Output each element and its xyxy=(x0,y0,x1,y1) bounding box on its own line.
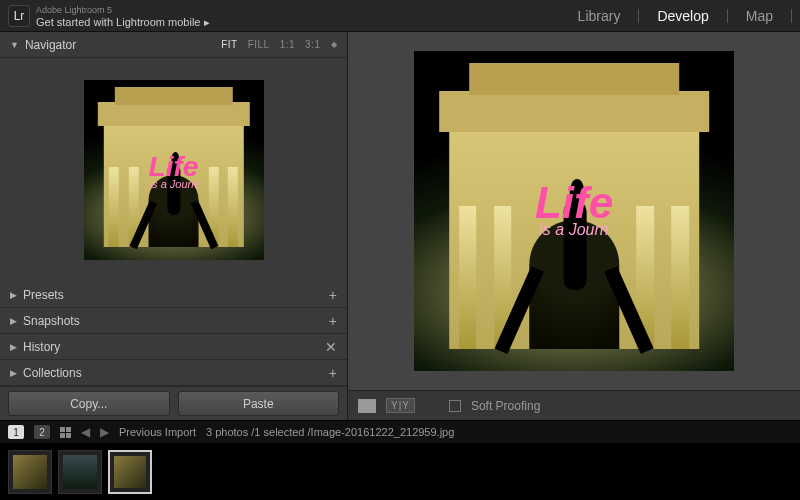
zoom-3-1[interactable]: 3:1 xyxy=(305,39,320,50)
preview-toolbar: Y|Y Soft Proofing xyxy=(348,390,800,420)
copy-paste-row: Copy... Paste xyxy=(0,386,347,420)
zoom-fill[interactable]: FILL xyxy=(248,39,270,50)
logo-icon: Lr xyxy=(8,5,30,27)
divider xyxy=(638,9,639,23)
soft-proof-checkbox[interactable] xyxy=(449,400,461,412)
history-label: History xyxy=(23,340,60,354)
divider xyxy=(727,9,728,23)
preview-area[interactable]: Life is a Journ xyxy=(348,32,800,390)
grid-icon[interactable] xyxy=(60,427,71,438)
mobile-cta[interactable]: Get started with Lightroom mobile ▸ xyxy=(36,16,210,28)
collections-panel[interactable]: ▶ Collections + xyxy=(0,360,347,386)
screen-2-button[interactable]: 2 xyxy=(34,425,50,439)
filmstrip-stats: 3 photos /1 selected /Image-20161222_212… xyxy=(206,426,454,438)
filmstrip-thumb-selected[interactable] xyxy=(108,450,152,494)
triangle-right-icon: ▶ xyxy=(10,342,17,352)
zoom-1-1[interactable]: 1:1 xyxy=(280,39,295,50)
chevron-icon[interactable]: ◆ xyxy=(331,40,338,49)
right-panel: Life is a Journ Y|Y Soft Proofing xyxy=(348,32,800,420)
navigator-title: Navigator xyxy=(25,38,76,52)
screen-1-button[interactable]: 1 xyxy=(8,425,24,439)
navigator-zoom-opts: FIT FILL 1:1 3:1 ◆ xyxy=(221,39,337,50)
brand-text: Adobe Lightroom 5 Get started with Light… xyxy=(36,4,210,28)
presets-panel[interactable]: ▶ Presets + xyxy=(0,282,347,308)
main-preview-image: Life is a Journ xyxy=(414,51,734,371)
filmstrip[interactable] xyxy=(0,444,800,500)
module-map[interactable]: Map xyxy=(746,8,773,24)
filmstrip-source[interactable]: Previous Import xyxy=(119,426,196,438)
navigator-preview[interactable]: Life is a Journ xyxy=(0,58,347,282)
module-library[interactable]: Library xyxy=(578,8,621,24)
paste-button[interactable]: Paste xyxy=(178,391,340,416)
compare-view-icon[interactable]: Y|Y xyxy=(386,398,415,413)
filmstrip-thumb[interactable] xyxy=(8,450,52,494)
navigator-header[interactable]: ▼ Navigator FIT FILL 1:1 3:1 ◆ xyxy=(0,32,347,58)
main-area: ▼ Navigator FIT FILL 1:1 3:1 ◆ Life is a… xyxy=(0,32,800,420)
copy-button[interactable]: Copy... xyxy=(8,391,170,416)
brand-name: Adobe Lightroom 5 xyxy=(36,4,210,16)
triangle-right-icon: ▶ xyxy=(10,316,17,326)
plus-icon[interactable]: + xyxy=(329,365,337,381)
top-bar: Lr Adobe Lightroom 5 Get started with Li… xyxy=(0,0,800,32)
left-panel: ▼ Navigator FIT FILL 1:1 3:1 ◆ Life is a… xyxy=(0,32,348,420)
history-panel[interactable]: ▶ History ✕ xyxy=(0,334,347,360)
plus-icon[interactable]: ✕ xyxy=(325,339,337,355)
snapshots-label: Snapshots xyxy=(23,314,80,328)
forward-arrow-icon[interactable]: ▶ xyxy=(100,425,109,439)
navigator-image: Life is a Journ xyxy=(84,80,264,260)
plus-icon[interactable]: + xyxy=(329,313,337,329)
filmstrip-thumb[interactable] xyxy=(58,450,102,494)
module-nav: Library Develop Map xyxy=(578,8,792,24)
soft-proof-label: Soft Proofing xyxy=(471,399,540,413)
back-arrow-icon[interactable]: ◀ xyxy=(81,425,90,439)
module-develop[interactable]: Develop xyxy=(657,8,708,24)
snapshots-panel[interactable]: ▶ Snapshots + xyxy=(0,308,347,334)
mobile-cta-label: Get started with Lightroom mobile xyxy=(36,16,200,28)
collections-label: Collections xyxy=(23,366,82,380)
loupe-view-icon[interactable] xyxy=(358,399,376,413)
plus-icon[interactable]: + xyxy=(329,287,337,303)
zoom-fit[interactable]: FIT xyxy=(221,39,238,50)
filmstrip-info-bar: 1 2 ◀ ▶ Previous Import 3 photos /1 sele… xyxy=(0,420,800,444)
divider xyxy=(791,9,792,23)
play-icon: ▸ xyxy=(204,16,210,28)
presets-label: Presets xyxy=(23,288,64,302)
app-logo: Lr Adobe Lightroom 5 Get started with Li… xyxy=(8,4,210,28)
triangle-right-icon: ▶ xyxy=(10,368,17,378)
triangle-right-icon: ▶ xyxy=(10,290,17,300)
triangle-down-icon: ▼ xyxy=(10,40,19,50)
